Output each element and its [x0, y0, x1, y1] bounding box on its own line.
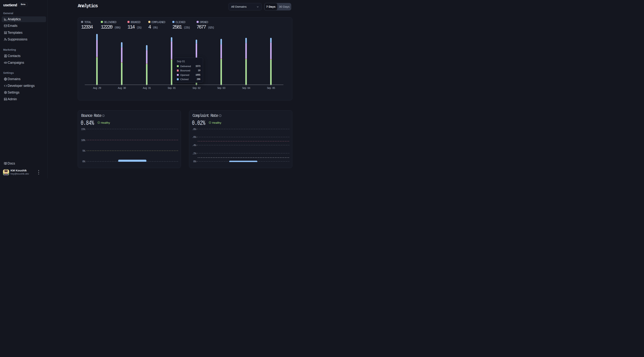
svg-text:Sep 05: Sep 05 — [267, 86, 275, 90]
svg-text:0%: 0% — [82, 160, 85, 163]
svg-text:.4%: .4% — [192, 144, 196, 147]
svg-text:Sep 03: Sep 03 — [217, 86, 226, 90]
svg-text:.8%: .8% — [192, 128, 196, 130]
svg-text:Aug 29: Aug 29 — [93, 86, 101, 90]
svg-text:Sep 01: Sep 01 — [168, 86, 176, 90]
svg-text:Aug 31: Aug 31 — [143, 86, 151, 90]
svg-text:Sep 04: Sep 04 — [242, 86, 250, 90]
svg-text:10%: 10% — [81, 139, 85, 142]
svg-text:15%: 15% — [81, 128, 85, 130]
svg-text:0%: 0% — [193, 160, 196, 163]
svg-text:.6%: .6% — [192, 136, 196, 139]
svg-text:5%: 5% — [82, 150, 85, 152]
svg-text:.2%: .2% — [192, 152, 196, 155]
svg-text:Aug 30: Aug 30 — [118, 86, 126, 90]
svg-text:Sep 02: Sep 02 — [192, 86, 201, 90]
